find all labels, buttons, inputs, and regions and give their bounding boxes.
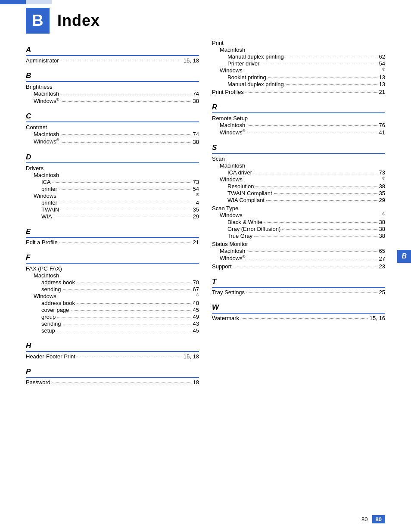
content-area: A Administrator 15, 18 BBrightness Macin… [0,38,411,386]
entry-label: ICA [41,179,51,185]
dots [247,251,377,252]
dots [255,187,377,187]
entry-label: Booklet printing [227,74,266,81]
entry-label: Resolution [227,183,254,190]
page-num: 27 [379,255,385,262]
page-num: 21 [379,89,385,95]
page-num: 74 [193,90,199,97]
entry-main: Scan Type [212,205,385,212]
dots [57,331,191,331]
entry-label: Administrator [26,57,59,64]
dots [77,283,191,283]
dots [274,193,377,194]
page-num: 4 [196,199,199,206]
dots [241,318,368,319]
page-num: 48 [193,300,199,306]
page-num: 65 [379,248,385,254]
dots [286,57,377,57]
section-header-a: A [26,46,199,56]
page-num: 38 [379,226,385,232]
page-num: 38 [379,183,385,190]
page-num: 49 [193,314,199,320]
entry-label: True Gray [227,233,252,239]
dots [261,64,377,64]
entry-subsub-dots: cover page 45 [26,307,199,313]
entry-label: Macintosh [34,131,59,137]
entry-label: Windows® [220,255,245,261]
entry-main-dots: Header-Footer Print 15, 18 [26,353,199,360]
entry-main: Contrast [26,124,199,131]
entry-subsub-dots: WIA Compliant 29 [212,197,385,203]
entry-subsub-dots: ICA 73 [26,179,199,185]
entry-sub: Macintosh [26,272,199,279]
entry-sub-dots: Macintosh 76 [212,122,385,128]
entry-subsub-dots: printer 54 [26,186,199,192]
entry-main: Remote Setup [212,115,385,121]
page-num: 70 [193,279,199,286]
entry-sub: Windows® [26,193,199,199]
dots [254,236,377,236]
dots [53,182,191,183]
page-num: 73 [379,169,385,176]
dots [71,310,191,311]
entry-label: WIA Compliant [227,197,265,203]
page-num: 15, 18 [184,57,199,64]
dots [264,222,377,223]
dots [57,317,191,317]
entry-sub-dots: Windows® 41 [212,129,385,136]
entry-subsub-dots: WIA 29 [26,213,199,220]
entry-label: Password [26,379,50,386]
entry-label: WIA [41,213,52,220]
entry-label: Header-Footer Print [26,353,75,360]
page-num: 41 [379,129,385,136]
entry-label: TWAIN Compliant [227,190,272,196]
page-num: 15, 18 [184,353,199,360]
entry-sub-dots: Macintosh 74 [26,90,199,97]
entry-main: Drivers [26,165,199,171]
chapter-box: B [26,8,50,34]
page-num: 76 [379,122,385,128]
section-header-t: T [212,277,385,288]
dots [61,94,191,94]
corner-accent-top [0,0,26,4]
entry-main-dots: Print Profiles 21 [212,89,385,95]
entry-label: sending [41,320,61,327]
entry-subsub-dots: Manual duplex printing 62 [212,53,385,60]
section-header-b: B [26,72,199,82]
entry-main-dots: Administrator 15, 18 [26,57,199,64]
entry-subsub-dots: Manual duplex printing 13 [212,81,385,87]
entry-main-dots: Watermark 15, 16 [212,315,385,321]
page-num-box: 80 [372,515,385,523]
entry-label: address book [41,300,75,306]
entry-sub-dots: Windows® 38 [26,138,199,145]
section-header-p: P [26,367,199,378]
entry-subsub-dots: sending 67 [26,286,199,292]
page-num: 45 [193,307,199,313]
dots [54,217,191,217]
page-title: Index [57,12,100,30]
page-num: 13 [379,74,385,81]
dots [77,357,182,357]
entry-label: Manual duplex printing [227,81,284,87]
entry-label: Black & White [227,219,262,225]
section-header-s: S [212,143,385,154]
entry-main-dots: Tray Settings 25 [212,289,385,296]
entry-subsub-dots: TWAIN Compliant 35 [212,190,385,196]
entry-label: Edit a Profile [26,239,58,246]
entry-sub: Macintosh [212,162,385,169]
section-header-r: R [212,103,385,113]
entry-label: Gray (Error Diffusion) [227,226,280,232]
entry-main-dots: Edit a Profile 21 [26,239,199,246]
dots [246,292,377,293]
page-num: 23 [379,263,385,270]
entry-subsub-dots: address book 48 [26,300,199,306]
entry-label: sending [41,286,61,292]
dots [59,203,194,203]
entry-label: printer [41,199,57,206]
dots [61,142,191,143]
page-num: 18 [193,379,199,386]
page-num: 29 [193,213,199,220]
entry-subsub-dots: ICA driver 73 [212,169,385,176]
entry-label: printer [41,186,57,192]
entry-subsub-dots: Resolution 38 [212,183,385,190]
